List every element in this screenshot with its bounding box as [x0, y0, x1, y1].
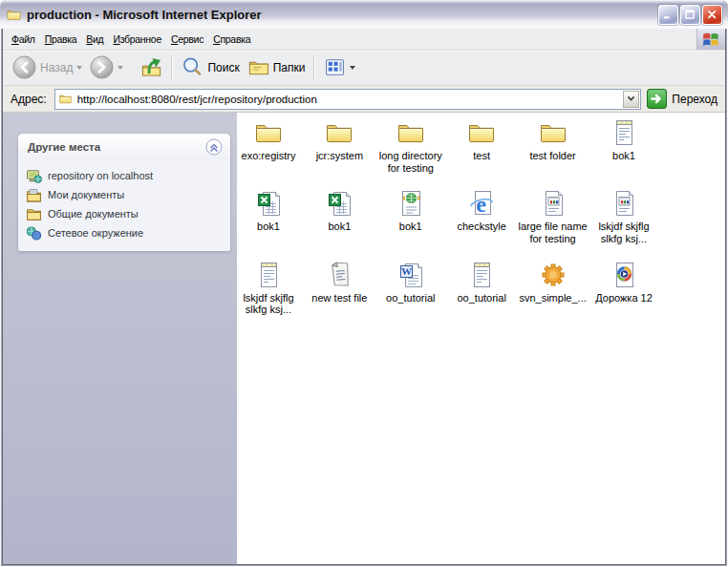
search-label: Поиск [207, 61, 239, 74]
up-button[interactable] [137, 54, 166, 82]
sidebar-item-label: Сетевое окружение [48, 227, 143, 239]
sidebar-item[interactable]: Сетевое окружение [26, 223, 225, 242]
minimize-button[interactable] [658, 5, 678, 25]
app-doc-icon [517, 187, 589, 219]
folders-label: Папки [273, 61, 306, 74]
ie-doc-icon: e [445, 187, 518, 219]
windows-logo-icon [696, 29, 725, 50]
back-dropdown-icon [76, 66, 82, 70]
forward-dropdown-icon [118, 66, 123, 70]
folders-button[interactable]: Папки [244, 54, 310, 82]
network-neighborhood-icon [26, 225, 42, 242]
sidebar: Другие места repository on localhostМои … [3, 113, 237, 564]
file-item[interactable]: test [445, 116, 518, 162]
file-item[interactable]: long directory for testing [375, 116, 447, 174]
window-title: production - Microsoft Internet Explorer [27, 8, 656, 22]
forward-icon [90, 55, 114, 81]
text-doc-icon [237, 259, 305, 290]
file-item-label: Дорожка 12 [588, 292, 660, 304]
file-item[interactable]: large file name for testing [517, 187, 589, 244]
toolbar-separator [313, 54, 315, 81]
menu-edit[interactable]: Правка [40, 30, 82, 49]
file-item[interactable]: bok1 [375, 187, 447, 233]
file-item-label: large file name for testing [517, 220, 589, 244]
network-place-icon [26, 168, 42, 184]
file-item-label: new test file [303, 292, 375, 304]
file-item[interactable]: exo:registry [237, 116, 305, 162]
sidebar-item[interactable]: Мои документы [26, 185, 225, 204]
menu-favorites[interactable]: Избранное [108, 30, 166, 49]
forward-button[interactable] [86, 53, 127, 83]
up-folder-icon [140, 56, 162, 80]
menu-file[interactable]: Файл [7, 30, 40, 49]
svg-text:W: W [401, 265, 412, 277]
file-item[interactable]: new test file [303, 259, 375, 304]
file-item[interactable]: bok1 [237, 187, 305, 233]
excel-doc-icon [303, 187, 375, 219]
views-button[interactable] [320, 54, 359, 82]
address-label: Адрес: [11, 93, 47, 106]
xml-doc-icon [375, 187, 447, 219]
views-dropdown-icon [350, 66, 355, 70]
file-item-label: checkstyle [445, 220, 518, 233]
close-button[interactable] [702, 5, 722, 25]
collapse-button[interactable] [205, 138, 223, 156]
folder-icon [303, 116, 375, 148]
file-item[interactable]: lskjdf skjflg slkfg ksj... [588, 187, 660, 244]
file-item-label: test [445, 150, 518, 162]
maximize-button[interactable] [680, 5, 700, 25]
search-icon [182, 56, 203, 80]
file-item-label: jcr:system [303, 150, 375, 162]
folder-icon [6, 7, 22, 23]
address-bar: Адрес: http://localhost:8080/rest/jcr/re… [3, 86, 725, 113]
file-item[interactable]: Woo_tutorial [375, 259, 447, 304]
sidebar-item-label: Общие документы [48, 208, 139, 220]
file-item-label: bok1 [375, 220, 447, 233]
file-item[interactable]: bok1 [588, 116, 660, 162]
menu-view[interactable]: Вид [81, 30, 108, 49]
file-item-label: lskjdf skjflg slkfg ksj... [588, 220, 660, 244]
file-item-label: long directory for testing [375, 150, 447, 174]
file-item-label: oo_tutorial [445, 292, 518, 304]
panel-title: Другие места [28, 141, 100, 153]
sidebar-item-label: Мои документы [48, 189, 124, 200]
address-input[interactable]: http://localhost:8080/rest/jcr/repositor… [54, 89, 642, 110]
file-item-label: bok1 [303, 220, 375, 233]
go-button[interactable] [647, 89, 667, 109]
sidebar-item-label: repository on localhost [48, 170, 153, 181]
file-item-label: lskjdf skjflg slkfg ksj... [237, 292, 305, 316]
shared-documents-icon [26, 206, 42, 222]
app-doc-icon [588, 187, 660, 219]
back-button[interactable]: Назад [9, 53, 86, 83]
title-bar[interactable]: production - Microsoft Internet Explorer [0, 0, 728, 29]
text-doc-icon [445, 259, 518, 290]
file-item[interactable]: echeckstyle [445, 187, 518, 233]
search-button[interactable]: Поиск [178, 54, 243, 82]
folder-icon [58, 92, 73, 106]
menu-help[interactable]: Справка [208, 30, 255, 49]
media-doc-icon [588, 259, 660, 290]
sidebar-item[interactable]: Общие документы [26, 204, 225, 223]
folder-icon [445, 116, 518, 148]
sidebar-item[interactable]: repository on localhost [26, 166, 225, 185]
toolbar-separator [171, 54, 173, 81]
ie-window: production - Microsoft Internet Explorer… [0, 0, 728, 567]
folder-icon [517, 116, 589, 148]
file-item[interactable]: Дорожка 12 [588, 259, 660, 304]
file-item[interactable]: test folder [517, 116, 589, 162]
back-label: Назад [40, 61, 73, 74]
file-item[interactable]: svn_simple_... [517, 259, 589, 304]
other-places-panel: Другие места repository on localhostМои … [18, 134, 230, 251]
back-icon [12, 55, 36, 81]
panel-header[interactable]: Другие места [18, 134, 230, 159]
file-item-label: exo:registry [237, 150, 305, 162]
file-item[interactable]: bok1 [303, 187, 375, 233]
file-item[interactable]: oo_tutorial [445, 259, 518, 304]
address-dropdown-button[interactable] [623, 91, 639, 108]
excel-doc-icon [237, 187, 305, 219]
file-item[interactable]: lskjdf skjflg slkfg ksj... [237, 259, 305, 316]
file-item[interactable]: jcr:system [303, 116, 375, 162]
file-item-label: oo_tutorial [375, 292, 447, 304]
menu-tools[interactable]: Сервис [166, 30, 208, 49]
folders-icon [247, 56, 269, 80]
